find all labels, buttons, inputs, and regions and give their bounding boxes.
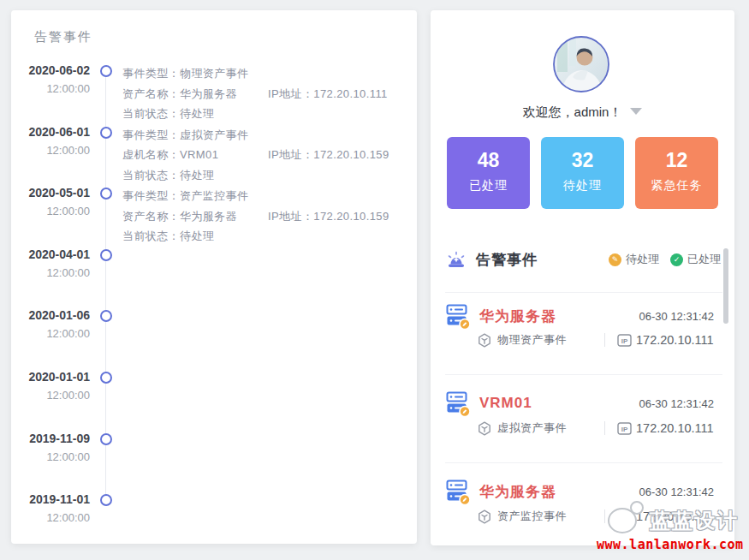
alarm-asset-name[interactable]: 华为服务器 [479, 482, 556, 502]
user-menu[interactable]: 欢迎您，admin！ [431, 104, 734, 121]
stat-cards: 48 已处理 32 待处理 12 紧急任务 [447, 137, 718, 209]
ip-icon: IP [617, 334, 632, 347]
timeline-item: 2020-04-01 12:00:00 [23, 247, 410, 308]
timeline-date: 2020-05-01 [23, 185, 90, 201]
event-type-text: 事件类型：物理资产事件 [122, 63, 410, 84]
divider [604, 333, 605, 347]
timeline-item: 2020-01-06 12:00:00 [23, 307, 410, 369]
timeline-item: 2020-06-02 12:00:00 事件类型：物理资产事件 资产名称：华为服… [23, 63, 410, 124]
ip-address-text: IP地址：172.20.10.159 [268, 206, 389, 227]
user-panel: 欢迎您，admin！ 48 已处理 32 待处理 12 紧急任务 告警事件 ✎ … [431, 10, 734, 545]
watermark-logo-icon [630, 501, 644, 515]
stat-value: 48 [447, 149, 530, 172]
caret-down-icon[interactable] [630, 108, 642, 115]
alarm-list-item[interactable]: 华为服务器 06-30 12:31:42 物理资产事件 IP 172.20.10… [445, 293, 721, 374]
panel-title: 告警事件 [34, 29, 92, 45]
server-pending-icon [445, 390, 471, 417]
timeline-item: 2020-05-01 12:00:00 事件类型：资产监控事件 资产名称：华为服… [23, 185, 410, 247]
timeline-dot-icon [100, 310, 112, 322]
timeline-date: 2020-01-01 [23, 369, 90, 385]
alarm-event-type: 资产监控事件 [497, 509, 567, 524]
scrollbar-thumb[interactable] [723, 248, 728, 324]
stat-card-done[interactable]: 48 已处理 [447, 137, 530, 209]
timeline-item: 2020-06-01 12:00:00 事件类型：虚拟资产事件 虚机名称：VRM… [23, 124, 410, 186]
pencil-badge-icon: ✎ [609, 253, 621, 266]
timeline-item: 2020-01-01 12:00:00 [23, 369, 410, 431]
timeline-date: 2020-06-02 [23, 63, 90, 79]
welcome-text: 欢迎您，admin！ [523, 104, 622, 119]
avatar-photo [553, 36, 609, 92]
stat-card-urgent[interactable]: 12 紧急任务 [635, 137, 718, 209]
alarm-time: 06-30 12:31:42 [639, 310, 714, 323]
event-type-text: 事件类型：虚拟资产事件 [122, 125, 410, 146]
timeline-dot-icon [100, 494, 112, 506]
watermark-brand: 蓝蓝设计 [650, 507, 739, 534]
timeline-item: 2019-11-09 12:00:00 [23, 431, 410, 492]
stat-label: 紧急任务 [635, 178, 718, 194]
timeline-time: 12:00:00 [23, 324, 90, 344]
alarm-asset-name[interactable]: VRM01 [479, 395, 532, 412]
alarm-list-item[interactable]: VRM01 06-30 12:31:42 虚拟资产事件 IP 172.20.10… [445, 374, 721, 456]
asset-name-text: 资产名称：华为服务器 [122, 84, 268, 104]
divider [604, 421, 605, 435]
event-timeline: 2020-06-02 12:00:00 事件类型：物理资产事件 资产名称：华为服… [23, 63, 410, 542]
timeline-dot-icon [100, 372, 112, 384]
timeline-dot-icon [100, 433, 112, 445]
alarm-asset-name[interactable]: 华为服务器 [479, 307, 556, 326]
alarm-list-header: 告警事件 ✎ 待处理 ✓ 已处理 [445, 247, 721, 272]
legend-done-label: 已处理 [687, 252, 721, 267]
timeline-dot-icon [100, 65, 112, 77]
category-icon [478, 509, 491, 524]
timeline-time: 12:00:00 [23, 140, 90, 161]
alarm-ip-address: 172.20.10.111 [636, 421, 714, 435]
timeline-time: 12:00:00 [23, 263, 90, 283]
ip-icon: IP [617, 422, 632, 435]
alarm-timeline-panel: 告警事件 2020-06-02 12:00:00 事件类型：物理资产事件 资产名… [11, 10, 417, 544]
stat-value: 12 [635, 149, 718, 172]
timeline-date: 2019-11-09 [23, 431, 90, 447]
watermark-url: www.lanlanwork.com [597, 537, 744, 552]
stat-value: 32 [541, 149, 624, 172]
status-text: 当前状态：待处理 [122, 104, 410, 124]
timeline-dot-icon [100, 188, 112, 200]
category-icon [478, 421, 491, 436]
alarm-time: 06-30 12:31:42 [639, 397, 714, 410]
watermark: 蓝蓝设计 www.lanlanwork.com [597, 497, 749, 557]
timeline-date: 2020-06-01 [23, 124, 90, 140]
status-text: 当前状态：待处理 [122, 226, 410, 247]
timeline-date: 2019-11-01 [23, 491, 90, 508]
ip-address-text: IP地址：172.20.10.111 [268, 84, 388, 104]
timeline-time: 12:00:00 [23, 447, 90, 468]
alarm-event-type: 物理资产事件 [497, 332, 567, 348]
alarm-ip-address: 172.20.10.111 [636, 333, 714, 347]
stat-card-pending[interactable]: 32 待处理 [541, 137, 624, 209]
timeline-date: 2020-04-01 [23, 247, 90, 263]
timeline-time: 12:00:00 [23, 79, 90, 99]
event-type-text: 事件类型：资产监控事件 [122, 186, 410, 206]
category-icon [478, 333, 491, 348]
svg-text:IP: IP [621, 425, 628, 432]
stat-label: 待处理 [541, 178, 624, 194]
alarm-list-title: 告警事件 [476, 250, 538, 270]
timeline-time: 12:00:00 [23, 201, 90, 222]
legend-pending-label: 待处理 [626, 252, 659, 267]
legend-done[interactable]: ✓ 已处理 [670, 252, 721, 267]
status-legend: ✎ 待处理 ✓ 已处理 [609, 252, 721, 267]
asset-name-text: 虚机名称：VRM01 [122, 145, 268, 165]
server-pending-icon [445, 478, 471, 505]
stat-label: 已处理 [447, 178, 530, 194]
siren-icon [445, 248, 467, 271]
svg-text:IP: IP [621, 337, 628, 344]
timeline-dot-icon [100, 127, 112, 139]
timeline-dot-icon [100, 249, 112, 261]
check-badge-icon: ✓ [670, 253, 683, 266]
asset-name-text: 资产名称：华为服务器 [122, 206, 268, 227]
timeline-item: 2019-11-01 12:00:00 [23, 491, 410, 544]
timeline-time: 12:00:00 [23, 385, 90, 406]
user-avatar[interactable] [553, 36, 609, 92]
legend-pending[interactable]: ✎ 待处理 [609, 252, 659, 267]
server-pending-icon [445, 302, 471, 330]
alarm-event-type: 虚拟资产事件 [497, 420, 567, 436]
status-text: 当前状态：待处理 [122, 165, 410, 186]
timeline-time: 12:00:00 [23, 508, 90, 528]
